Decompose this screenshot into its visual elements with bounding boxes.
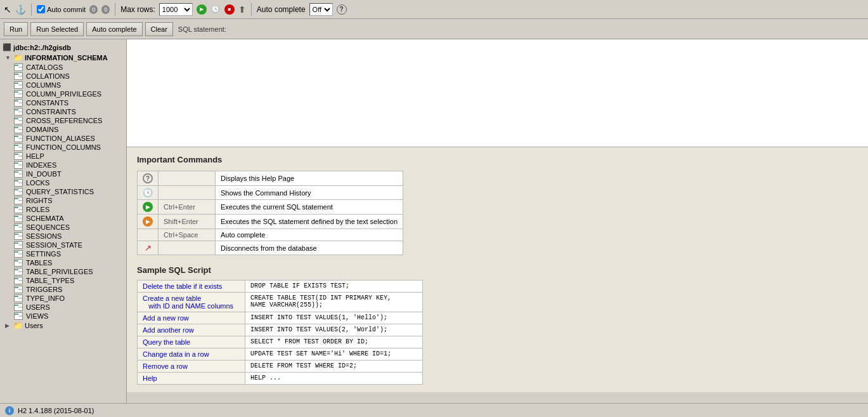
table-icon bbox=[14, 99, 23, 107]
sidebar-table-locks[interactable]: LOCKS bbox=[0, 178, 126, 187]
schema-item[interactable]: ▼ 📁 INFORMATION_SCHEMA bbox=[0, 53, 126, 63]
table-label: QUERY_STATISTICS bbox=[26, 188, 94, 195]
version-label: H2 1.4.188 (2015-08-01) bbox=[18, 407, 94, 414]
cmd-icon-cell: ? bbox=[138, 171, 159, 186]
sample-row[interactable]: Add a new row INSERT INTO TEST VALUES(1,… bbox=[138, 312, 423, 324]
maxrows-select[interactable]: 1000 100 10000 bbox=[159, 3, 193, 16]
sample-action[interactable]: Change data in a row bbox=[138, 348, 245, 361]
cmd-shortcut bbox=[159, 186, 216, 200]
sidebar-table-type_info[interactable]: TYPE_INFO bbox=[0, 294, 126, 303]
sidebar-table-in_doubt[interactable]: IN_DOUBT bbox=[0, 169, 126, 178]
sample-row[interactable]: Query the table SELECT * FROM TEST ORDER… bbox=[138, 336, 423, 348]
sidebar-table-sessions[interactable]: SESSIONS bbox=[0, 232, 126, 241]
cmd-description: Auto complete bbox=[216, 229, 403, 241]
sample-action[interactable]: Create a new table with ID and NAME colu… bbox=[138, 293, 245, 312]
sidebar-table-users[interactable]: USERS bbox=[0, 303, 126, 312]
sidebar-table-cross_references[interactable]: CROSS_REFERENCES bbox=[0, 116, 126, 125]
table-label: VIEWS bbox=[26, 312, 48, 320]
sidebar-table-rights[interactable]: RIGHTS bbox=[0, 196, 126, 205]
sidebar-table-triggers[interactable]: TRIGGERS bbox=[0, 285, 126, 294]
help-title: Important Commands bbox=[137, 155, 858, 164]
sample-row[interactable]: Delete the table if it exists DROP TABLE… bbox=[138, 281, 423, 293]
sidebar-table-help[interactable]: HELP bbox=[0, 152, 126, 161]
table-label: INDEXES bbox=[26, 161, 56, 169]
sidebar-table-settings[interactable]: SETTINGS bbox=[0, 249, 126, 258]
sql-toolbar: Run Run Selected Auto complete Clear SQL… bbox=[0, 19, 868, 39]
users-toggle-icon: ▶ bbox=[5, 322, 11, 329]
sample-action[interactable]: Query the table bbox=[138, 336, 245, 348]
stop-icon[interactable] bbox=[224, 4, 235, 15]
sample-action[interactable]: Help bbox=[138, 373, 245, 385]
sidebar-table-indexes[interactable]: INDEXES bbox=[0, 161, 126, 169]
run-selected-button[interactable]: Run Selected bbox=[30, 22, 84, 36]
autocomplete-select[interactable]: Off On bbox=[309, 3, 333, 16]
sidebar-table-views[interactable]: VIEWS bbox=[0, 312, 126, 321]
sidebar-table-roles[interactable]: ROLES bbox=[0, 205, 126, 214]
run-button[interactable]: Run bbox=[4, 22, 28, 36]
sample-action[interactable]: Remove a row bbox=[138, 361, 245, 373]
sidebar-table-session_state[interactable]: SESSION_STATE bbox=[0, 241, 126, 249]
cmd-description: Executes the current SQL statement bbox=[216, 200, 403, 215]
table-icon bbox=[14, 268, 23, 275]
sidebar-table-table_types[interactable]: TABLE_TYPES bbox=[0, 276, 126, 285]
table-icon bbox=[14, 223, 23, 231]
sidebar-table-catalogs[interactable]: CATALOGS bbox=[0, 63, 126, 72]
autocommit-label[interactable]: Auto commit bbox=[37, 5, 86, 13]
table-label: CONSTRAINTS bbox=[26, 108, 76, 116]
sample-row[interactable]: Create a new table with ID and NAME colu… bbox=[138, 293, 423, 312]
sidebar-item-users-root[interactable]: ▶ 📁 Users bbox=[0, 321, 126, 331]
command-row: ? Displays this Help Page bbox=[138, 171, 403, 186]
sidebar-table-sequences[interactable]: SEQUENCES bbox=[0, 223, 126, 232]
users-label: Users bbox=[25, 322, 43, 329]
sidebar-table-constraints[interactable]: CONSTRAINTS bbox=[0, 107, 126, 116]
cmd-shortcut bbox=[159, 171, 216, 186]
auto-complete-button[interactable]: Auto complete bbox=[86, 22, 142, 36]
table-label: TYPE_INFO bbox=[26, 295, 65, 302]
table-label: COLUMNS bbox=[26, 81, 61, 89]
autocommit-checkbox[interactable] bbox=[37, 5, 45, 13]
toolbar-help-button[interactable]: ? bbox=[337, 4, 347, 15]
sidebar-table-function_aliases[interactable]: FUNCTION_ALIASES bbox=[0, 134, 126, 143]
table-label: TRIGGERS bbox=[26, 286, 62, 293]
sidebar-table-query_statistics[interactable]: QUERY_STATISTICS bbox=[0, 187, 126, 196]
sample-row[interactable]: Remove a row DELETE FROM TEST WHERE ID=2… bbox=[138, 361, 423, 373]
sidebar-table-function_columns[interactable]: FUNCTION_COLUMNS bbox=[0, 143, 126, 152]
sidebar-table-domains[interactable]: DOMAINS bbox=[0, 125, 126, 134]
sidebar-table-table_privileges[interactable]: TABLE_PRIVILEGES bbox=[0, 267, 126, 276]
history-icon[interactable]: 🕓 bbox=[211, 4, 221, 15]
sidebar-table-collations[interactable]: COLLATIONS bbox=[0, 72, 126, 81]
cmd-icon-cell: ▶ bbox=[138, 215, 159, 229]
table-icon bbox=[14, 126, 23, 133]
cmd-description: Displays this Help Page bbox=[216, 171, 403, 186]
sample-sql: DELETE FROM TEST WHERE ID=2; bbox=[245, 361, 423, 373]
sample-row[interactable]: Add another row INSERT INTO TEST VALUES(… bbox=[138, 324, 423, 336]
cmd-icon-cell: ↗ bbox=[138, 241, 159, 255]
sidebar-table-column_privileges[interactable]: COLUMN_PRIVILEGES bbox=[0, 89, 126, 98]
table-icon bbox=[14, 170, 23, 178]
table-icon bbox=[14, 90, 23, 98]
command-row: ↗ Disconnects from the database bbox=[138, 241, 403, 255]
sample-row[interactable]: Change data in a row UPDATE TEST SET NAM… bbox=[138, 348, 423, 361]
sample-action[interactable]: Add a new row bbox=[138, 312, 245, 324]
sidebar-table-tables[interactable]: TABLES bbox=[0, 258, 126, 267]
export-icon[interactable]: ⬆ bbox=[238, 4, 246, 15]
cmd-shortcut: Shift+Enter bbox=[159, 215, 216, 229]
sample-action[interactable]: Add another row bbox=[138, 324, 245, 336]
table-list: CATALOGSCOLLATIONSCOLUMNSCOLUMN_PRIVILEG… bbox=[0, 63, 126, 321]
sidebar-connection[interactable]: ⬛ jdbc:h2:./h2gisdb bbox=[0, 42, 126, 53]
table-icon bbox=[14, 152, 23, 160]
sample-row[interactable]: Help HELP ... bbox=[138, 373, 423, 385]
sidebar-table-constants[interactable]: CONSTANTS bbox=[0, 98, 126, 107]
run-icon[interactable] bbox=[197, 4, 207, 15]
sample-action[interactable]: Delete the table if it exists bbox=[138, 281, 245, 293]
table-icon bbox=[14, 206, 23, 213]
table-label: ROLES bbox=[26, 206, 49, 213]
sidebar-table-schemata[interactable]: SCHEMATA bbox=[0, 214, 126, 223]
command-row: Ctrl+Space Auto complete bbox=[138, 229, 403, 241]
sidebar-table-columns[interactable]: COLUMNS bbox=[0, 81, 126, 89]
sql-editor[interactable] bbox=[127, 39, 868, 147]
cmd-description: Executes the SQL statement defined by th… bbox=[216, 215, 403, 229]
cmd-shortcut: Ctrl+Space bbox=[159, 229, 216, 241]
maxrows-label: Max rows: bbox=[120, 5, 155, 14]
clear-button[interactable]: Clear bbox=[145, 22, 173, 36]
